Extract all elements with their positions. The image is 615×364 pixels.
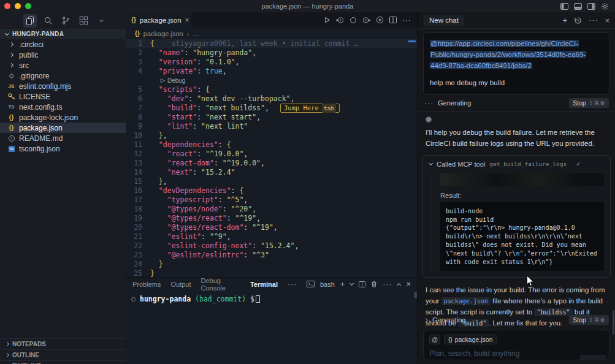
file-item-public[interactable]: public — [0, 50, 126, 60]
debug-code-lens[interactable]: ▷Debug — [126, 76, 418, 85]
code-line-10[interactable]: 10 }, — [126, 131, 418, 140]
close-tab-icon[interactable]: × — [185, 16, 189, 25]
section-notepads[interactable]: NOTEPADS — [0, 338, 126, 349]
file-item-tsconfig-json[interactable]: TStsconfig.json — [0, 143, 126, 154]
search-icon[interactable] — [41, 14, 55, 28]
run-circle-icon[interactable] — [376, 16, 384, 24]
code-line-17[interactable]: 17 "typescript": "^5", — [126, 195, 418, 205]
explorer-root-header[interactable]: HUNGRY-PANDA — [0, 29, 126, 39]
panel-tab-terminal[interactable]: Terminal — [250, 281, 278, 288]
code-line-3[interactable]: 3 "version": "0.1.0", — [126, 58, 418, 67]
code-line-7[interactable]: 7 "build": "next buildss",Jump Heretab — [126, 104, 418, 113]
code-line-4[interactable]: 4 "private": true, — [126, 67, 418, 76]
add-context-icon[interactable]: @ — [429, 335, 440, 344]
code-line-13[interactable]: 13 "react-dom": "^19.0.0", — [126, 159, 418, 168]
run-icon[interactable] — [324, 17, 330, 23]
explorer-icon[interactable] — [23, 14, 37, 28]
chat-more-icon[interactable]: ··· — [589, 16, 598, 25]
file-item--circleci[interactable]: .circleci — [0, 39, 126, 50]
panel-more-actions-icon[interactable]: ··· — [383, 280, 392, 289]
code-line-5[interactable]: 5 "scripts": { — [126, 85, 418, 94]
line-number: 24 — [126, 260, 150, 269]
stop-button[interactable]: Stop ⇧⌘⊗ — [569, 315, 609, 325]
code-line-16[interactable]: 16 "devDependencies": { — [126, 186, 418, 195]
breadcrumb-file[interactable]: package.json — [143, 30, 183, 37]
chat-close-icon[interactable]: × — [605, 16, 609, 25]
section-outline[interactable]: OUTLINE — [0, 349, 126, 360]
breadcrumb-more[interactable]: … — [193, 30, 199, 37]
code-line-25[interactable]: 25} — [126, 269, 418, 277]
settings-gear-icon[interactable] — [601, 2, 609, 10]
code-line-22[interactable]: 22 "eslint-config-next": "15.2.4", — [126, 241, 418, 251]
code-line-11[interactable]: 11 "dependencies": { — [126, 140, 418, 150]
file-item-eslint-config-mjs[interactable]: JSeslint.config.mjs — [0, 81, 126, 91]
line-number: 7 — [126, 104, 150, 113]
panel-tab-debug-console[interactable]: Debug Console — [201, 277, 240, 292]
code-line-24[interactable]: 24 } — [126, 260, 418, 269]
code-line-23[interactable]: 23 "@eslint/eslintrc": "^3" — [126, 251, 418, 260]
panel-tab-output[interactable]: Output — [170, 281, 191, 288]
kill-terminal-trash-icon[interactable] — [371, 281, 377, 287]
terminal-scrollbar[interactable] — [414, 292, 417, 298]
generating-label: Generating. — [432, 316, 467, 324]
tab-package-json[interactable]: {} package.json × — [126, 12, 191, 28]
tool-call-header[interactable]: Called MCP tool get_build_failure_logs ✓ — [429, 161, 604, 168]
context-chip-package-json[interactable]: {} package.json — [444, 335, 497, 344]
chat-input[interactable]: @ {} package.json Plan, search, build an… — [423, 330, 610, 360]
code-line-1[interactable]: 1{ stiyyagura0901, last week • initial c… — [126, 39, 418, 48]
panel-tab-problems[interactable]: Problems — [132, 281, 161, 288]
code-line-14[interactable]: 14 "next": "15.2.4" — [126, 168, 418, 177]
code-line-6[interactable]: 6 "dev": "next dev --turbopack", — [126, 94, 418, 104]
stop-button[interactable]: Stop ⇧⌘⊗ — [569, 98, 609, 108]
new-chat-icon[interactable]: + — [562, 15, 567, 25]
code-line-2[interactable]: 2 "name": "hungry-panda", — [126, 48, 418, 58]
file-item-package-json[interactable]: {}package.json — [0, 123, 126, 133]
chevron-right-icon[interactable] — [424, 317, 428, 322]
chat-scrollbar[interactable] — [613, 310, 614, 335]
source-control-icon[interactable] — [59, 14, 72, 28]
split-terminal-icon[interactable] — [359, 281, 365, 287]
breadcrumb[interactable]: {} package.json › … — [126, 28, 418, 39]
code-line-20[interactable]: 20 "@types/react-dom": "^19", — [126, 223, 418, 232]
send-button[interactable] — [580, 355, 606, 360]
line-number: 23 — [126, 251, 150, 260]
code-line-12[interactable]: 12 "react": "^19.0.0", — [126, 150, 418, 159]
nav-dot-icon[interactable] — [350, 17, 357, 24]
nav-back-icon[interactable] — [336, 17, 344, 24]
code-line-9[interactable]: 9 "lint": "next lint" — [126, 122, 418, 131]
extensions-icon[interactable] — [77, 14, 90, 28]
toggle-panel-icon[interactable] — [574, 3, 582, 10]
file-item--gitignore[interactable]: .gitignore — [0, 70, 126, 81]
code-line-21[interactable]: 21 "eslint": "^9", — [126, 232, 418, 241]
split-editor-icon[interactable] — [389, 17, 397, 23]
code-line-8[interactable]: 8 "start": "next start", — [126, 113, 418, 122]
panel-more-icon[interactable]: ··· — [288, 280, 297, 289]
terminal-content[interactable]: hungry-panda (bad_commit) $ — [126, 290, 418, 303]
chat-history-icon[interactable] — [574, 17, 582, 25]
new-terminal-icon[interactable]: + — [340, 279, 345, 289]
nav-forward-icon[interactable] — [362, 17, 370, 24]
section-timeline[interactable]: TIMELINE — [0, 360, 126, 364]
toggle-right-sidebar-icon[interactable] — [587, 3, 595, 10]
chevron-down-icon[interactable] — [94, 14, 108, 28]
maximize-panel-icon[interactable] — [397, 282, 401, 287]
circleci-pipeline-link[interactable]: @https://app.circleci.com/pipelines/gh/C… — [430, 40, 586, 69]
code-line-18[interactable]: 18 "@types/node": "^20", — [126, 205, 418, 214]
terminal-dropdown-icon[interactable] — [350, 281, 354, 286]
tool-result-code[interactable]: build-node npm run build {"output":"\r\n… — [440, 202, 604, 271]
inline-code-chip[interactable]: package.json — [441, 297, 491, 305]
file-item-next-config-ts[interactable]: TSnext.config.ts — [0, 102, 126, 112]
result-label: Result: — [440, 192, 604, 199]
file-item-readme-md[interactable]: iREADME.md — [0, 133, 126, 143]
code-line-15[interactable]: 15 }, — [126, 177, 418, 186]
file-item-package-lock-json[interactable]: {}package-lock.json — [0, 112, 126, 123]
jump-here-tooltip[interactable]: Jump Heretab — [280, 104, 340, 113]
close-panel-icon[interactable]: × — [406, 279, 411, 289]
file-item-license[interactable]: LICENSE — [0, 91, 126, 102]
code-area[interactable]: 1{ stiyyagura0901, last week • initial c… — [126, 39, 418, 277]
file-item-src[interactable]: src — [0, 60, 126, 70]
more-actions-icon[interactable]: ··· — [402, 16, 411, 25]
code-line-19[interactable]: 19 "@types/react": "^19", — [126, 214, 418, 223]
toggle-left-sidebar-icon[interactable] — [560, 3, 568, 10]
shell-label[interactable]: bash — [320, 281, 335, 288]
